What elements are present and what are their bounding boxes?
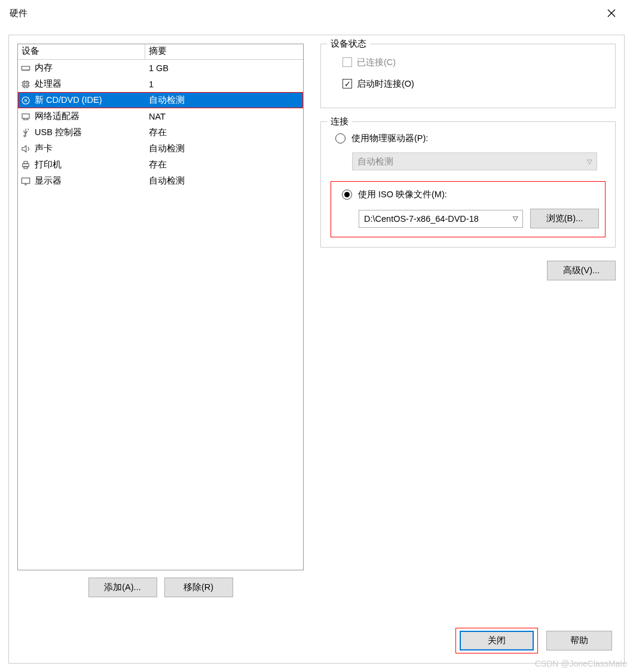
cpu-icon: [20, 79, 31, 90]
device-summary: 1 GB: [145, 63, 303, 73]
device-summary: NAT: [145, 112, 303, 121]
device-row-display[interactable]: 显示器 自动检测: [18, 173, 303, 189]
chevron-down-icon: ▽: [587, 158, 592, 166]
radio-icon: [342, 190, 352, 200]
chevron-down-icon: ▽: [513, 215, 518, 222]
connection-legend: 连接: [327, 116, 352, 127]
device-row-printer[interactable]: 打印机 存在: [18, 157, 303, 173]
usb-icon: [20, 127, 31, 138]
device-list[interactable]: 设备 摘要 内存 1 GB 处理器 1 新 CD/DVD (IDE) 自动检测: [17, 44, 304, 570]
connect-poweron-checkbox[interactable]: ✓ 启动时连接(O): [343, 77, 606, 91]
header-summary: 摘要: [145, 44, 303, 59]
svg-rect-7: [24, 161, 27, 164]
svg-rect-5: [22, 114, 29, 118]
connect-poweron-label: 启动时连接(O): [357, 78, 414, 90]
device-row-cpu[interactable]: 处理器 1: [18, 76, 303, 92]
memory-icon: [20, 63, 31, 74]
device-name: 内存: [35, 62, 53, 74]
device-name: 显示器: [35, 175, 62, 187]
device-summary: 自动检测: [145, 175, 303, 187]
device-name: 声卡: [35, 143, 53, 154]
physical-drive-radio[interactable]: 使用物理驱动器(P):: [335, 133, 606, 144]
iso-path-combo[interactable]: D:\CentOS-7-x86_64-DVD-18 ▽: [359, 210, 523, 228]
iso-file-label: 使用 ISO 映像文件(M):: [358, 189, 447, 200]
svg-rect-0: [22, 66, 30, 70]
connected-checkbox: 已连接(C): [343, 55, 606, 69]
close-button[interactable]: 关闭: [460, 631, 534, 650]
sound-icon: [20, 143, 31, 154]
connected-label: 已连接(C): [357, 57, 396, 68]
svg-point-3: [22, 97, 29, 104]
header-device: 设备: [18, 44, 145, 59]
radio-icon: [335, 133, 345, 143]
device-state-legend: 设备状态: [327, 38, 370, 50]
physical-drive-combo: 自动检测 ▽: [352, 152, 597, 170]
device-row-memory[interactable]: 内存 1 GB: [18, 60, 303, 76]
device-summary: 自动检测: [145, 143, 303, 154]
window-title: 硬件: [10, 8, 600, 19]
checkbox-icon: [343, 57, 352, 67]
browse-button[interactable]: 浏览(B)...: [530, 209, 599, 228]
network-icon: [20, 111, 31, 122]
display-icon: [20, 176, 31, 187]
device-row-cddvd[interactable]: 新 CD/DVD (IDE) 自动检测: [18, 92, 303, 108]
device-summary: 存在: [145, 127, 303, 138]
checkbox-icon: ✓: [343, 79, 352, 88]
help-button[interactable]: 帮助: [546, 631, 612, 650]
svg-rect-9: [22, 178, 30, 183]
device-name: 打印机: [35, 159, 62, 170]
close-icon[interactable]: [600, 1, 623, 25]
device-name: USB 控制器: [35, 127, 82, 138]
svg-rect-2: [25, 83, 27, 85]
printer-icon: [20, 160, 31, 170]
device-row-sound[interactable]: 声卡 自动检测: [18, 140, 303, 157]
physical-drive-label: 使用物理驱动器(P):: [351, 133, 428, 144]
advanced-button[interactable]: 高级(V)...: [547, 261, 616, 280]
device-name: 新 CD/DVD (IDE): [35, 94, 102, 106]
svg-rect-8: [24, 166, 27, 169]
device-summary: 自动检测: [145, 94, 303, 106]
device-list-header[interactable]: 设备 摘要: [18, 44, 303, 60]
svg-rect-1: [23, 81, 29, 87]
iso-path-value: D:\CentOS-7-x86_64-DVD-18: [364, 214, 479, 224]
iso-file-radio[interactable]: 使用 ISO 映像文件(M):: [342, 189, 599, 200]
disc-icon: [20, 95, 31, 106]
connection-group: 连接 使用物理驱动器(P): 自动检测 ▽ 使用 ISO 映像文件(M):: [320, 121, 616, 248]
device-summary: 1: [145, 80, 303, 89]
device-state-group: 设备状态 已连接(C) ✓ 启动时连接(O): [320, 44, 616, 108]
remove-button[interactable]: 移除(R): [164, 578, 233, 597]
device-row-nic[interactable]: 网络适配器 NAT: [18, 108, 303, 124]
physical-drive-value: 自动检测: [357, 156, 393, 167]
device-summary: 存在: [145, 159, 303, 170]
device-name: 网络适配器: [35, 111, 79, 122]
add-button[interactable]: 添加(A)...: [88, 578, 157, 597]
device-row-usb[interactable]: USB 控制器 存在: [18, 124, 303, 140]
device-name: 处理器: [35, 78, 62, 90]
svg-point-4: [25, 99, 27, 101]
